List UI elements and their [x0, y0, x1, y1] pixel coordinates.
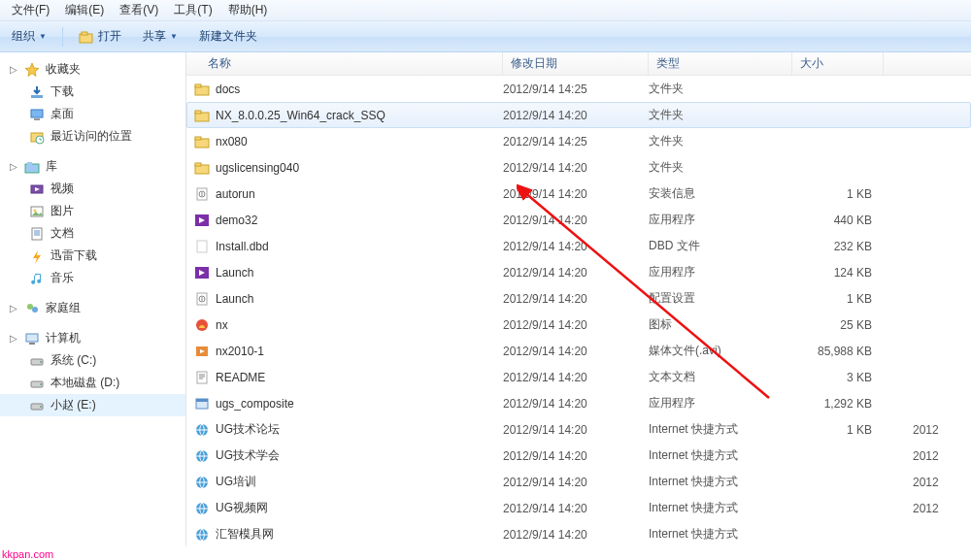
file-row[interactable]: autorun2012/9/14 14:20安装信息1 KB [186, 181, 971, 207]
file-row[interactable]: ugslicensing0402012/9/14 14:20文件夹 [186, 154, 971, 181]
file-type: Internet 快捷方式 [649, 421, 792, 438]
file-row[interactable]: nx0802012/9/14 14:25文件夹 [186, 128, 971, 154]
file-row[interactable]: UG技术论坛2012/9/14 14:20Internet 快捷方式1 KB20… [186, 416, 971, 443]
file-type: Internet 快捷方式 [649, 474, 792, 490]
tree-head-label: 计算机 [46, 330, 81, 346]
tree-item-label: 本地磁盘 (D:) [50, 375, 119, 391]
organize-button[interactable]: 组织 ▼ [6, 26, 52, 47]
menu-item[interactable]: 文件(F) [4, 0, 57, 20]
file-extra: 2012 [884, 502, 939, 515]
column-headers: 名称 修改日期 类型 大小 [186, 52, 971, 76]
file-name: autorun [216, 187, 255, 201]
tree-group-head[interactable]: ▷家庭组 [0, 297, 185, 319]
tree-item[interactable]: 音乐 [0, 267, 185, 289]
file-row[interactable]: ugs_composite2012/9/14 14:20应用程序1,292 KB [186, 390, 971, 416]
sidebar: ▷收藏夹下载桌面最近访问的位置▷库视频图片文档迅雷下载音乐▷家庭组▷计算机系统 … [0, 52, 186, 546]
file-row[interactable]: Launch2012/9/14 14:20配置设置1 KB [186, 285, 971, 312]
tree-item[interactable]: 文档 [0, 222, 185, 245]
folder-icon [194, 82, 210, 97]
tree-group-head[interactable]: ▷收藏夹 [0, 58, 185, 81]
file-type: Internet 快捷方式 [649, 526, 792, 543]
file-type: 文件夹 [649, 133, 792, 149]
menu-item[interactable]: 查看(V) [112, 0, 166, 20]
menubar: 文件(F)编辑(E)查看(V)工具(T)帮助(H) [0, 0, 971, 21]
file-name: nx2010-1 [216, 345, 264, 358]
tree-group-head[interactable]: ▷计算机 [0, 327, 185, 349]
file-name: ugslicensing040 [216, 161, 299, 175]
tree-item[interactable]: 最近访问的位置 [0, 125, 185, 148]
file-row[interactable]: Launch2012/9/14 14:20应用程序124 KB [186, 259, 971, 285]
file-row[interactable]: README2012/9/14 14:20文本文档3 KB [186, 364, 971, 390]
chevron-down-icon: ▼ [170, 32, 178, 41]
new-folder-button[interactable]: 新建文件夹 [193, 26, 263, 47]
tree-item[interactable]: 视频 [0, 178, 185, 200]
file-type: 应用程序 [649, 395, 792, 412]
file-name: docs [216, 82, 240, 96]
tree-item[interactable]: 下载 [0, 81, 185, 103]
file-type: 安装信息 [649, 185, 792, 202]
svg-rect-4 [34, 118, 40, 120]
file-date: 2012/9/14 14:20 [503, 240, 649, 253]
chevron-down-icon: ▼ [39, 32, 47, 41]
file-name: demo32 [216, 214, 257, 227]
toolbar: 组织 ▼ 打开 共享 ▼ 新建文件夹 [0, 21, 971, 52]
file-date: 2012/9/14 14:20 [503, 397, 649, 411]
tree-item[interactable]: 桌面 [0, 103, 185, 125]
file-row[interactable]: UG培训2012/9/14 14:20Internet 快捷方式2012 [186, 469, 971, 495]
svg-rect-2 [31, 95, 43, 98]
file-row[interactable]: NX_8.0.0.25_Win64_crack_SSQ2012/9/14 14:… [186, 102, 971, 128]
file-type: 媒体文件(.avi) [649, 343, 792, 359]
tree-item-label: 音乐 [50, 270, 74, 286]
file-row[interactable]: docs2012/9/14 14:25文件夹 [186, 76, 971, 102]
tree-item[interactable]: 系统 (C:) [0, 349, 185, 372]
file-pane: 名称 修改日期 类型 大小 docs2012/9/14 14:25文件夹NX_8… [186, 52, 971, 546]
file-name: UG技术论坛 [216, 421, 280, 438]
col-name[interactable]: 名称 [186, 52, 503, 75]
tree-group-head[interactable]: ▷库 [0, 155, 185, 178]
file-row[interactable]: nx2010-12012/9/14 14:20媒体文件(.avi)85,988 … [186, 338, 971, 364]
menu-item[interactable]: 工具(T) [166, 0, 219, 20]
file-name: UG技术学会 [216, 447, 280, 464]
svg-rect-40 [197, 372, 207, 383]
file-date: 2012/9/14 14:20 [503, 502, 649, 515]
svg-rect-26 [195, 111, 201, 114]
file-size: 440 KB [792, 214, 884, 227]
svg-rect-16 [29, 343, 35, 345]
file-date: 2012/9/14 14:20 [503, 214, 649, 227]
col-date[interactable]: 修改日期 [503, 52, 649, 75]
file-date: 2012/9/14 14:20 [503, 161, 649, 175]
tree-item[interactable]: 本地磁盘 (D:) [0, 372, 185, 394]
file-row[interactable]: UG视频网2012/9/14 14:20Internet 快捷方式2012 [186, 495, 971, 521]
tree-item[interactable]: 小赵 (E:) [0, 394, 185, 416]
svg-rect-15 [26, 334, 38, 342]
file-type: 文本文档 [649, 369, 792, 385]
file-type: 文件夹 [649, 107, 792, 123]
file-extra: 2012 [884, 449, 939, 463]
share-button[interactable]: 共享 ▼ [137, 26, 184, 47]
file-name: nx [216, 318, 228, 332]
file-size: 25 KB [792, 318, 884, 332]
menu-item[interactable]: 帮助(H) [220, 0, 276, 20]
expand-icon: ▷ [10, 304, 18, 313]
drive-icon [29, 353, 45, 369]
file-row[interactable]: 汇智模具网2012/9/14 14:20Internet 快捷方式 [186, 521, 971, 547]
col-size[interactable]: 大小 [792, 52, 884, 75]
file-row[interactable]: nx2012/9/14 14:20图标25 KB [186, 312, 971, 338]
file-row[interactable]: UG技术学会2012/9/14 14:20Internet 快捷方式2012 [186, 443, 971, 469]
file-extra: 2012 [884, 423, 939, 437]
tree-item[interactable]: 图片 [0, 200, 185, 222]
file-type: 图标 [649, 316, 792, 333]
open-button[interactable]: 打开 [73, 26, 127, 47]
menu-item[interactable]: 编辑(E) [57, 0, 112, 20]
tree-item[interactable]: 迅雷下载 [0, 245, 185, 267]
file-type: 文件夹 [649, 159, 792, 176]
open-label: 打开 [98, 28, 121, 45]
file-row[interactable]: Install.dbd2012/9/14 14:20DBD 文件232 KB [186, 233, 971, 259]
col-type[interactable]: 类型 [649, 52, 792, 75]
file-type: 应用程序 [649, 264, 792, 280]
recent-icon [29, 129, 45, 145]
file-date: 2012/9/14 14:20 [503, 266, 649, 280]
tree-item-label: 迅雷下载 [50, 247, 97, 264]
file-row[interactable]: demo322012/9/14 14:20应用程序440 KB [186, 207, 971, 233]
txt-icon [194, 370, 210, 385]
